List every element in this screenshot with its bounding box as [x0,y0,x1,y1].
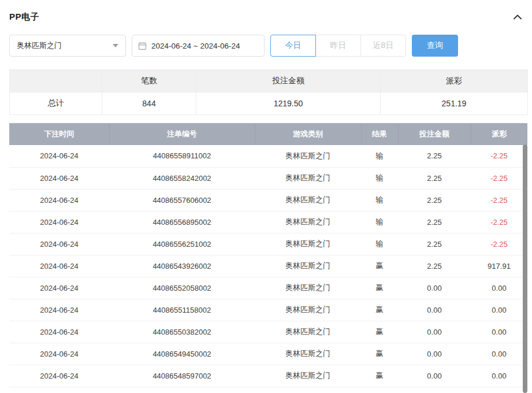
summary-total-label: 总计 [10,92,102,115]
cell-bet-time [9,387,109,393]
col-header-bet-time: 下注时间 [9,123,109,145]
summary-bet-value: 1219.50 [196,92,381,115]
cell-payout: 0.00 [471,321,527,343]
cell-bet-amount [398,387,471,393]
cell-result: 赢 [361,343,398,365]
summary-header-empty [10,70,102,92]
cell-result: 赢 [361,277,398,299]
summary-header-bet: 投注金额 [196,70,381,92]
cell-payout: 0.00 [471,365,527,387]
cell-result: 输 [361,145,398,167]
cell-result: 赢 [361,299,398,321]
collapse-panel-button[interactable] [511,10,524,23]
cell-game-type: 奥林匹斯之门 [255,211,361,233]
summary-total-row: 总计 844 1219.50 251.19 [10,92,528,115]
cell-bet-time: 2024-06-24 [9,189,109,211]
cell-bet-amount: 2.25 [398,167,471,189]
cell-bet-amount: 2.25 [398,211,471,233]
summary-header-row: 笔数 投注金额 派彩 [10,70,528,92]
col-header-game-type: 游戏类别 [255,123,361,145]
chevron-down-icon [113,44,118,47]
cell-order-id: 44086557606002 [109,189,255,211]
cell-payout: -2.25 [471,145,527,167]
col-header-payout: 派彩 [471,123,527,145]
summary-payout-value: 251.19 [381,92,528,115]
cell-bet-time: 2024-06-24 [9,145,109,167]
cell-result: 赢 [361,365,398,387]
cell-bet-amount: 2.25 [398,233,471,255]
cell-payout: -2.25 [471,211,527,233]
table-row [9,387,527,393]
table-row: 2024-06-24 44086552058002 奥林匹斯之门 赢 0.00 … [9,277,527,299]
cell-result [361,387,398,393]
cell-payout: -2.25 [471,189,527,211]
col-header-bet-amount: 投注金额 [398,123,471,145]
cell-result: 赢 [361,321,398,343]
chevron-up-icon [513,13,522,20]
cell-result: 输 [361,167,398,189]
cell-game-type: 奥林匹斯之门 [255,189,361,211]
summary-table: 笔数 投注金额 派彩 总计 844 1219.50 251.19 [9,69,528,115]
summary-header-count: 笔数 [102,70,196,92]
date-range-value: 2024-06-24 ~ 2024-06-24 [151,42,240,50]
last-8-days-button[interactable]: 近8日 [360,35,406,57]
cell-payout [471,387,527,393]
cell-game-type: 奥林匹斯之门 [255,343,361,365]
cell-game-type: 奥林匹斯之门 [255,167,361,189]
cell-order-id: 44086558911002 [109,145,255,167]
cell-bet-time: 2024-06-24 [9,365,109,387]
cell-payout: 917.91 [471,255,527,277]
cell-game-type: 奥林匹斯之门 [255,277,361,299]
col-header-order-id: 注单编号 [109,123,255,145]
cell-order-id: 44086549450002 [109,343,255,365]
cell-bet-time: 2024-06-24 [9,277,109,299]
table-row: 2024-06-24 44086556251002 奥林匹斯之门 输 2.25 … [9,233,527,255]
cell-payout: 0.00 [471,277,527,299]
cell-bet-amount: 2.25 [398,255,471,277]
cell-game-type: 奥林匹斯之门 [255,255,361,277]
cell-result: 输 [361,233,398,255]
cell-order-id: 44086543926002 [109,255,255,277]
pp-report-panel: PP电子 奥林匹斯之门 2024-06-24 ~ 2024-06-24 [0,0,532,393]
cell-order-id: 44086558242002 [109,167,255,189]
filter-bar: 奥林匹斯之门 2024-06-24 ~ 2024-06-24 今日 昨日 近8日… [9,35,527,57]
quick-range-group: 今日 昨日 近8日 [270,35,406,57]
cell-game-type: 奥林匹斯之门 [255,321,361,343]
yesterday-button[interactable]: 昨日 [315,35,361,57]
table-row: 2024-06-24 44086549450002 奥林匹斯之门 赢 0.00 … [9,343,527,365]
date-range-input[interactable]: 2024-06-24 ~ 2024-06-24 [132,35,265,57]
summary-count-value: 844 [102,92,196,115]
table-scrollbar[interactable] [523,144,527,393]
page-title: PP电子 [9,12,39,23]
cell-order-id: 44086556251002 [109,233,255,255]
cell-bet-time: 2024-06-24 [9,343,109,365]
cell-order-id: 44086550382002 [109,321,255,343]
cell-order-id: 44086552058002 [109,277,255,299]
cell-order-id: 44086548597002 [109,365,255,387]
cell-payout: 0.00 [471,299,527,321]
cell-bet-amount: 2.25 [398,145,471,167]
cell-result: 赢 [361,255,398,277]
cell-order-id: 44086551158002 [109,299,255,321]
table-row: 2024-06-24 44086550382002 奥林匹斯之门 赢 0.00 … [9,321,527,343]
today-button[interactable]: 今日 [270,35,316,57]
game-select-value: 奥林匹斯之门 [17,40,62,51]
cell-bet-amount: 0.00 [398,299,471,321]
cell-bet-amount: 0.00 [398,365,471,387]
search-button[interactable]: 查询 [412,35,458,57]
panel-header: PP电子 [9,8,527,25]
table-row: 2024-06-24 44086558911002 奥林匹斯之门 输 2.25 … [9,145,527,167]
cell-bet-time: 2024-06-24 [9,321,109,343]
cell-game-type [255,387,361,393]
cell-bet-amount: 0.00 [398,277,471,299]
cell-game-type: 奥林匹斯之门 [255,145,361,167]
col-header-result: 结果 [361,123,398,145]
cell-game-type: 奥林匹斯之门 [255,299,361,321]
table-row: 2024-06-24 44086548597002 奥林匹斯之门 赢 0.00 … [9,365,527,387]
table-row: 2024-06-24 44086556895002 奥林匹斯之门 输 2.25 … [9,211,527,233]
calendar-icon [138,42,147,50]
records-header-row: 下注时间 注单编号 游戏类别 结果 投注金额 派彩 [9,123,527,145]
table-row: 2024-06-24 44086557606002 奥林匹斯之门 输 2.25 … [9,189,527,211]
table-row: 2024-06-24 44086551158002 奥林匹斯之门 赢 0.00 … [9,299,527,321]
game-select[interactable]: 奥林匹斯之门 [9,35,126,57]
